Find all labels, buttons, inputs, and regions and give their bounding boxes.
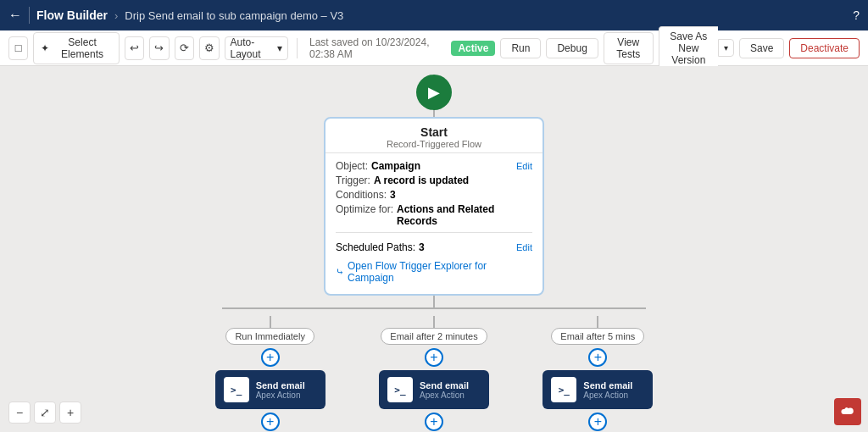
start-play-button[interactable]: ▶ [416, 75, 452, 110]
branch-email-5min: Email after 5 mins + >_ Send email Apex … [516, 316, 680, 432]
branch-3-add-button-2[interactable]: + [588, 413, 607, 431]
last-saved-text: Last saved on 10/23/2024, 02:38 AM [309, 36, 446, 60]
trigger-label: Trigger: [336, 174, 370, 186]
branch-3-add-button[interactable]: + [588, 348, 607, 367]
conditions-value: 3 [390, 189, 532, 201]
branch-run-immediately: Run Immediately + >_ Send email Apex Act… [188, 316, 352, 432]
status-badge: Active [451, 41, 495, 56]
explorer-link-text: Open Flow Trigger Explorer for Campaign [348, 260, 532, 284]
back-button[interactable]: ← [8, 8, 22, 23]
object-label: Object: [336, 160, 368, 172]
canvas-controls: − ⤢ + [8, 402, 81, 424]
branch-h-line [222, 307, 646, 309]
start-node[interactable]: Start Record-Triggered Flow Object: Camp… [324, 117, 544, 296]
branch-1-node-subtitle: Apex Action [256, 390, 305, 400]
toggle-panel-button[interactable]: □ [8, 36, 28, 60]
optimize-label: Optimize for: [336, 203, 393, 215]
trigger-row: Trigger: A record is updated [336, 174, 532, 186]
b2-top-connector [433, 316, 435, 328]
toolbar: □ ✦ Select Elements ↩ ↪ ⟳ ⚙ Auto-Layout … [0, 30, 868, 66]
fit-screen-button[interactable]: ⤢ [34, 402, 56, 424]
branch-1-add-button-2[interactable]: + [261, 413, 280, 431]
trigger-value-text: A record is updated [374, 174, 469, 186]
branch-2-apex-text: Send email Apex Action [420, 380, 469, 400]
object-row: Object: Campaign Edit [336, 160, 532, 172]
branch-3-apex-icon: >_ [551, 377, 576, 402]
explorer-icon: ⤷ [336, 266, 344, 278]
branch-3-apex-node[interactable]: >_ Send email Apex Action [542, 370, 653, 409]
zoom-out-button[interactable]: − [8, 402, 31, 424]
run-button[interactable]: Run [500, 38, 541, 58]
scheduled-label: Scheduled Paths: [336, 241, 415, 253]
flow-canvas: ▶ Start Record-Triggered Flow Object: Ca… [0, 66, 868, 432]
layout-label: Auto-Layout [231, 36, 275, 60]
branch-1-apex-text: Send email Apex Action [256, 380, 305, 400]
save-as-new-version-button[interactable]: Save As New Version [659, 26, 718, 70]
nav-divider [29, 7, 30, 24]
branch-3-node-subtitle: Apex Action [583, 390, 632, 400]
salesforce-logo [839, 403, 856, 420]
play-icon: ▶ [428, 83, 440, 102]
connector-mid [433, 296, 435, 307]
conditions-label: Conditions: [336, 189, 387, 201]
object-value: Campaign [371, 160, 516, 172]
nav-separator: › [114, 9, 118, 22]
deactivate-button[interactable]: Deactivate [789, 38, 860, 58]
help-button[interactable]: ? [853, 8, 860, 22]
save-button[interactable]: Save [739, 38, 784, 58]
panel-icon: □ [15, 42, 22, 54]
branch-2-label: Email after 2 minutes [381, 328, 487, 345]
select-elements-button[interactable]: ✦ Select Elements [33, 32, 119, 64]
edit-link-2[interactable]: Edit [516, 242, 532, 252]
undo-button[interactable]: ↩ [125, 36, 144, 60]
branch-2-node-subtitle: Apex Action [420, 390, 469, 400]
branch-2-apex-node[interactable]: >_ Send email Apex Action [379, 370, 489, 409]
branch-3-node-title: Send email [583, 380, 632, 390]
settings-button[interactable]: ⚙ [199, 36, 219, 60]
redo-button[interactable]: ↪ [149, 36, 169, 60]
branch-3-apex-text: Send email Apex Action [583, 380, 632, 400]
layout-arrow: ▾ [277, 42, 282, 54]
branch-2-apex-icon: >_ [387, 377, 413, 402]
b1-top-connector [270, 316, 271, 328]
branch-1-label: Run Immediately [225, 328, 314, 345]
branch-email-2min: Email after 2 minutes + >_ Send email Ap… [352, 316, 515, 432]
explorer-link[interactable]: ⤷ Open Flow Trigger Explorer for Campaig… [336, 257, 532, 287]
conditions-value-text: 3 [390, 189, 396, 201]
zoom-in-button[interactable]: + [59, 402, 81, 424]
start-node-body: Object: Campaign Edit Trigger: A record … [326, 153, 542, 294]
refresh-button[interactable]: ⟳ [175, 36, 194, 60]
settings-icon: ⚙ [204, 42, 214, 54]
optimize-row: Optimize for: Actions and Related Record… [336, 203, 532, 227]
cursor-icon: ✦ [41, 42, 49, 54]
save-as-new-version-group: Save As New Version ▾ [659, 26, 734, 70]
view-tests-button[interactable]: View Tests [604, 32, 654, 64]
start-node-header: Start Record-Triggered Flow [326, 119, 542, 153]
save-as-new-version-dropdown[interactable]: ▾ [718, 39, 734, 57]
branch-2-add-button[interactable]: + [425, 348, 443, 367]
node-divider [336, 232, 532, 233]
branch-1-apex-icon: >_ [224, 377, 249, 402]
edit-link-1[interactable]: Edit [516, 161, 532, 171]
branch-2-add-button-2[interactable]: + [425, 413, 443, 431]
undo-icon: ↩ [130, 42, 139, 54]
conditions-row: Conditions: 3 [336, 189, 532, 201]
object-value-text: Campaign [371, 160, 420, 172]
flow-name: Drip Send email to sub campaign demo – V… [125, 9, 343, 22]
refresh-icon: ⟳ [180, 42, 189, 54]
app-name: Flow Builder [36, 8, 108, 22]
branches-container: Run Immediately + >_ Send email Apex Act… [188, 316, 680, 432]
salesforce-icon [834, 398, 861, 425]
branch-1-apex-node[interactable]: >_ Send email Apex Action [215, 370, 326, 409]
layout-select[interactable]: Auto-Layout ▾ [225, 36, 289, 60]
optimize-value: Actions and Related Records [397, 203, 532, 227]
start-subtitle: Record-Triggered Flow [336, 139, 532, 149]
trigger-value: A record is updated [374, 174, 532, 186]
branch-1-node-title: Send email [256, 380, 305, 390]
branch-1-add-button[interactable]: + [261, 348, 280, 367]
toolbar-divider [297, 38, 298, 58]
debug-button[interactable]: Debug [546, 38, 598, 58]
select-elements-label: Select Elements [53, 36, 111, 60]
optimize-value-text: Actions and Related Records [397, 203, 494, 227]
terminal-icon-3: >_ [559, 385, 570, 396]
